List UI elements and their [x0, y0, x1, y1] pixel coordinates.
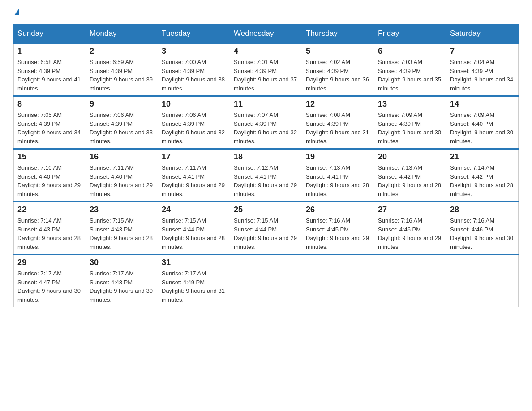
weekday-header-monday: Monday — [86, 25, 158, 43]
calendar-cell — [446, 255, 519, 307]
week-row-4: 22Sunrise: 7:14 AMSunset: 4:43 PMDayligh… — [14, 202, 519, 255]
day-info: Sunrise: 7:16 AMSunset: 4:45 PMDaylight:… — [306, 216, 370, 251]
calendar-cell: 14Sunrise: 7:09 AMSunset: 4:40 PMDayligh… — [446, 96, 519, 149]
day-info: Sunrise: 7:14 AMSunset: 4:42 PMDaylight:… — [450, 163, 515, 198]
day-number: 20 — [378, 152, 442, 162]
day-info: Sunrise: 7:09 AMSunset: 4:40 PMDaylight:… — [450, 111, 515, 146]
day-number: 4 — [234, 47, 298, 56]
day-info: Sunrise: 7:17 AMSunset: 4:49 PMDaylight:… — [162, 269, 226, 304]
logo — [13, 9, 19, 15]
day-info: Sunrise: 6:58 AMSunset: 4:39 PMDaylight:… — [17, 58, 82, 93]
day-number: 24 — [162, 205, 226, 214]
day-info: Sunrise: 7:16 AMSunset: 4:46 PMDaylight:… — [378, 216, 442, 251]
weekday-header-wednesday: Wednesday — [230, 25, 302, 43]
day-number: 1 — [17, 47, 82, 56]
day-info: Sunrise: 7:06 AMSunset: 4:39 PMDaylight:… — [90, 111, 154, 146]
day-number: 15 — [17, 152, 82, 162]
day-info: Sunrise: 7:07 AMSunset: 4:39 PMDaylight:… — [234, 111, 298, 146]
day-info: Sunrise: 7:13 AMSunset: 4:41 PMDaylight:… — [306, 163, 370, 198]
day-info: Sunrise: 7:17 AMSunset: 4:48 PMDaylight:… — [90, 269, 154, 304]
day-number: 3 — [162, 47, 226, 56]
day-number: 12 — [306, 99, 370, 109]
calendar-cell: 1Sunrise: 6:58 AMSunset: 4:39 PMDaylight… — [14, 43, 86, 96]
day-number: 8 — [17, 99, 82, 109]
weekday-header-sunday: Sunday — [14, 25, 86, 43]
day-info: Sunrise: 7:01 AMSunset: 4:39 PMDaylight:… — [234, 58, 298, 93]
day-number: 16 — [90, 152, 154, 162]
weekday-header-row: SundayMondayTuesdayWednesdayThursdayFrid… — [14, 25, 519, 43]
day-number: 18 — [234, 152, 298, 162]
day-number: 2 — [90, 47, 154, 56]
day-info: Sunrise: 6:59 AMSunset: 4:39 PMDaylight:… — [90, 58, 154, 93]
day-info: Sunrise: 7:15 AMSunset: 4:43 PMDaylight:… — [90, 216, 154, 251]
day-info: Sunrise: 7:11 AMSunset: 4:40 PMDaylight:… — [90, 163, 154, 198]
day-number: 14 — [450, 99, 515, 109]
week-row-5: 29Sunrise: 7:17 AMSunset: 4:47 PMDayligh… — [14, 255, 519, 307]
header — [13, 9, 519, 15]
calendar-cell: 3Sunrise: 7:00 AMSunset: 4:39 PMDaylight… — [158, 43, 230, 96]
calendar-cell: 21Sunrise: 7:14 AMSunset: 4:42 PMDayligh… — [446, 149, 519, 202]
day-info: Sunrise: 7:08 AMSunset: 4:39 PMDaylight:… — [306, 111, 370, 146]
calendar-cell: 25Sunrise: 7:15 AMSunset: 4:44 PMDayligh… — [230, 202, 302, 255]
calendar-cell: 19Sunrise: 7:13 AMSunset: 4:41 PMDayligh… — [302, 149, 374, 202]
calendar-cell: 31Sunrise: 7:17 AMSunset: 4:49 PMDayligh… — [158, 255, 230, 307]
calendar-cell — [302, 255, 374, 307]
day-number: 13 — [378, 99, 442, 109]
day-info: Sunrise: 7:17 AMSunset: 4:47 PMDaylight:… — [17, 269, 82, 304]
day-number: 11 — [234, 99, 298, 109]
calendar-cell: 16Sunrise: 7:11 AMSunset: 4:40 PMDayligh… — [86, 149, 158, 202]
week-row-2: 8Sunrise: 7:05 AMSunset: 4:39 PMDaylight… — [14, 96, 519, 149]
calendar-cell: 28Sunrise: 7:16 AMSunset: 4:46 PMDayligh… — [446, 202, 519, 255]
day-info: Sunrise: 7:09 AMSunset: 4:39 PMDaylight:… — [378, 111, 442, 146]
calendar-cell: 15Sunrise: 7:10 AMSunset: 4:40 PMDayligh… — [14, 149, 86, 202]
weekday-header-saturday: Saturday — [446, 25, 519, 43]
day-info: Sunrise: 7:10 AMSunset: 4:40 PMDaylight:… — [17, 163, 82, 198]
calendar-cell: 4Sunrise: 7:01 AMSunset: 4:39 PMDaylight… — [230, 43, 302, 96]
calendar-cell — [374, 255, 446, 307]
day-info: Sunrise: 7:12 AMSunset: 4:41 PMDaylight:… — [234, 163, 298, 198]
day-number: 29 — [17, 258, 82, 267]
day-number: 19 — [306, 152, 370, 162]
day-info: Sunrise: 7:05 AMSunset: 4:39 PMDaylight:… — [17, 111, 82, 146]
calendar-cell: 24Sunrise: 7:15 AMSunset: 4:44 PMDayligh… — [158, 202, 230, 255]
calendar-cell: 17Sunrise: 7:11 AMSunset: 4:41 PMDayligh… — [158, 149, 230, 202]
day-info: Sunrise: 7:02 AMSunset: 4:39 PMDaylight:… — [306, 58, 370, 93]
day-number: 30 — [90, 258, 154, 267]
day-number: 5 — [306, 47, 370, 56]
logo-triangle-icon — [14, 9, 19, 15]
calendar-cell: 26Sunrise: 7:16 AMSunset: 4:45 PMDayligh… — [302, 202, 374, 255]
calendar-cell: 18Sunrise: 7:12 AMSunset: 4:41 PMDayligh… — [230, 149, 302, 202]
weekday-header-friday: Friday — [374, 25, 446, 43]
calendar-cell: 7Sunrise: 7:04 AMSunset: 4:39 PMDaylight… — [446, 43, 519, 96]
calendar-cell: 5Sunrise: 7:02 AMSunset: 4:39 PMDaylight… — [302, 43, 374, 96]
day-number: 28 — [450, 205, 515, 214]
day-number: 10 — [162, 99, 226, 109]
calendar-cell: 13Sunrise: 7:09 AMSunset: 4:39 PMDayligh… — [374, 96, 446, 149]
calendar-cell: 12Sunrise: 7:08 AMSunset: 4:39 PMDayligh… — [302, 96, 374, 149]
calendar-cell: 10Sunrise: 7:06 AMSunset: 4:39 PMDayligh… — [158, 96, 230, 149]
day-number: 17 — [162, 152, 226, 162]
day-number: 26 — [306, 205, 370, 214]
day-number: 9 — [90, 99, 154, 109]
day-info: Sunrise: 7:13 AMSunset: 4:42 PMDaylight:… — [378, 163, 442, 198]
calendar-cell: 6Sunrise: 7:03 AMSunset: 4:39 PMDaylight… — [374, 43, 446, 96]
day-number: 23 — [90, 205, 154, 214]
calendar-cell: 30Sunrise: 7:17 AMSunset: 4:48 PMDayligh… — [86, 255, 158, 307]
day-number: 22 — [17, 205, 82, 214]
day-number: 21 — [450, 152, 515, 162]
day-info: Sunrise: 7:16 AMSunset: 4:46 PMDaylight:… — [450, 216, 515, 251]
day-info: Sunrise: 7:14 AMSunset: 4:43 PMDaylight:… — [17, 216, 82, 251]
day-info: Sunrise: 7:15 AMSunset: 4:44 PMDaylight:… — [234, 216, 298, 251]
day-number: 31 — [162, 258, 226, 267]
weekday-header-tuesday: Tuesday — [158, 25, 230, 43]
calendar-cell: 29Sunrise: 7:17 AMSunset: 4:47 PMDayligh… — [14, 255, 86, 307]
day-info: Sunrise: 7:03 AMSunset: 4:39 PMDaylight:… — [378, 58, 442, 93]
calendar-cell: 22Sunrise: 7:14 AMSunset: 4:43 PMDayligh… — [14, 202, 86, 255]
weekday-header-thursday: Thursday — [302, 25, 374, 43]
day-info: Sunrise: 7:15 AMSunset: 4:44 PMDaylight:… — [162, 216, 226, 251]
day-number: 6 — [378, 47, 442, 56]
day-number: 27 — [378, 205, 442, 214]
day-info: Sunrise: 7:00 AMSunset: 4:39 PMDaylight:… — [162, 58, 226, 93]
day-number: 7 — [450, 47, 515, 56]
calendar-cell: 9Sunrise: 7:06 AMSunset: 4:39 PMDaylight… — [86, 96, 158, 149]
